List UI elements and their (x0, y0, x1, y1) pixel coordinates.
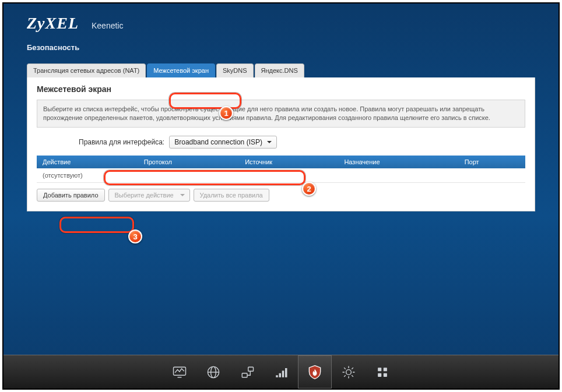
svg-rect-15 (384, 373, 387, 376)
tabs-bar: Трансляция сетевых адресов (NAT) Межсете… (3, 55, 559, 77)
interface-label: Правила для интерфейса: (79, 138, 164, 146)
col-source: Источник (239, 156, 338, 168)
dock-globe[interactable] (196, 355, 230, 389)
svg-rect-5 (242, 373, 247, 377)
dock-wifi[interactable] (264, 355, 298, 389)
annotation-3-badge: 3 (128, 229, 142, 243)
col-protocol: Протокол (138, 156, 239, 168)
svg-rect-9 (282, 370, 284, 377)
empty-row: (отсутствуют) (37, 168, 525, 183)
section-title: Безопасность (27, 43, 535, 52)
svg-rect-12 (378, 368, 381, 371)
delete-all-button: Удалить все правила (194, 189, 269, 202)
svg-rect-14 (378, 373, 381, 376)
table-row: (отсутствуют) (37, 168, 525, 183)
globe-icon (205, 364, 222, 380)
col-action: Действие (37, 156, 138, 168)
dock-apps[interactable] (366, 355, 399, 389)
col-dest: Назначение (338, 156, 458, 168)
dock-settings[interactable] (332, 355, 366, 389)
rules-table: Действие Протокол Источник Назначение По… (37, 156, 525, 183)
panel-info: Выберите из списка интерфейс, чтобы прос… (37, 100, 525, 128)
dock-network[interactable] (230, 355, 264, 389)
annotation-3-box (59, 217, 134, 233)
interface-select[interactable]: Broadband connection (ISP) (169, 136, 277, 149)
network-icon (239, 364, 255, 380)
tab-firewall[interactable]: Межсетевой экран (147, 63, 215, 77)
dock (3, 355, 559, 389)
select-action-disabled: Выберите действие (108, 189, 190, 202)
monitor-icon (171, 364, 188, 380)
svg-rect-13 (384, 368, 387, 371)
gear-icon (340, 364, 357, 380)
panel-heading: Межсетевой экран (37, 84, 525, 94)
dock-monitor[interactable] (163, 355, 196, 389)
svg-rect-8 (279, 373, 282, 377)
brand-logo: ZyXEL (27, 14, 79, 33)
svg-rect-7 (276, 375, 278, 377)
content-panel: Межсетевой экран Выберите из списка инте… (27, 77, 535, 211)
model-name: Keenetic (92, 21, 123, 30)
tab-yandexdns[interactable]: Яндекс.DNS (255, 63, 304, 77)
col-port: Порт (459, 156, 525, 168)
wifi-bars-icon (273, 364, 289, 380)
svg-rect-10 (285, 368, 287, 377)
tab-skydns[interactable]: SkyDNS (216, 63, 254, 77)
svg-rect-6 (248, 367, 254, 371)
shield-fire-icon (307, 364, 323, 380)
dock-security[interactable] (298, 355, 332, 389)
svg-point-11 (346, 369, 352, 375)
add-rule-button[interactable]: Добавить правило (37, 189, 105, 202)
tab-nat[interactable]: Трансляция сетевых адресов (NAT) (27, 63, 146, 77)
apps-grid-icon (374, 364, 391, 380)
